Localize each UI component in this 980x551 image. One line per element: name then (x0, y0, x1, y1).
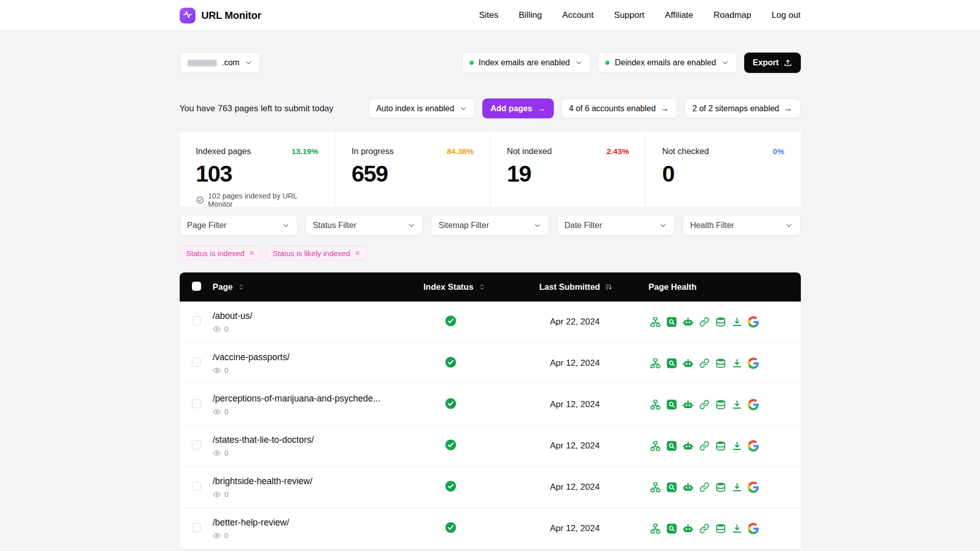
stack-icon[interactable] (715, 523, 726, 534)
nav-item-affiliate[interactable]: Affiliate (665, 10, 693, 20)
google-icon[interactable] (748, 358, 759, 369)
page-path[interactable]: /brightside-health-review/ (213, 476, 424, 487)
domain-select[interactable]: .com (180, 53, 261, 73)
stack-icon[interactable] (715, 316, 726, 328)
row-checkbox[interactable] (192, 440, 201, 449)
page-views-row: 0 (213, 366, 424, 374)
inspect-icon[interactable] (666, 440, 677, 452)
download-icon[interactable] (731, 358, 743, 369)
sitemap-icon[interactable] (650, 399, 661, 410)
row-checkbox[interactable] (192, 316, 201, 325)
robot-icon[interactable] (682, 440, 694, 452)
export-button[interactable]: Export (744, 53, 801, 73)
sitemap-icon[interactable] (650, 358, 661, 369)
col-index-status[interactable]: Index Status (424, 282, 540, 292)
table-row: /better-help-review/ 0 Apr 12, 2024 (180, 508, 801, 549)
nav-item-sites[interactable]: Sites (479, 10, 498, 20)
download-icon[interactable] (731, 399, 743, 410)
row-checkbox[interactable] (192, 482, 201, 491)
stack-icon[interactable] (715, 440, 726, 452)
chip-close-icon[interactable]: × (249, 248, 255, 258)
deindex-emails-select[interactable]: Deindex emails are enabled (598, 53, 737, 73)
robot-icon[interactable] (682, 358, 694, 369)
select-all-checkbox[interactable] (192, 282, 201, 291)
app-logo-icon (180, 8, 195, 23)
accounts-enabled-label: 4 of 6 accounts enabled (569, 104, 656, 113)
inspect-icon[interactable] (666, 482, 677, 493)
robot-icon[interactable] (682, 316, 694, 328)
chevron-down-icon (721, 59, 729, 67)
link-icon[interactable] (699, 316, 710, 328)
status-dot-icon (605, 61, 609, 65)
chip-close-icon[interactable]: × (355, 248, 360, 258)
status-dot-icon (470, 61, 474, 65)
inspect-icon[interactable] (666, 399, 677, 410)
sitemap-icon[interactable] (650, 440, 661, 452)
page-path[interactable]: /perceptions-of-marijuana-and-psychede..… (213, 393, 424, 404)
download-icon[interactable] (731, 316, 743, 328)
status-filter[interactable]: Status Filter (305, 215, 423, 236)
robot-icon[interactable] (682, 482, 694, 493)
link-icon[interactable] (699, 482, 710, 493)
download-icon[interactable] (731, 440, 743, 452)
row-checkbox[interactable] (192, 523, 201, 532)
brand-name: URL Monitor (202, 10, 261, 21)
nav-item-roadmap[interactable]: Roadmap (714, 10, 751, 20)
submit-bar: You have 763 pages left to submit today … (180, 98, 801, 118)
sitemap-icon[interactable] (650, 523, 661, 534)
google-icon[interactable] (748, 399, 759, 410)
last-submitted-date: Apr 12, 2024 (540, 399, 649, 410)
col-page-label: Page (213, 282, 233, 292)
domain-suffix: .com (222, 58, 240, 67)
row-checkbox[interactable] (192, 358, 201, 367)
google-icon[interactable] (748, 440, 759, 452)
index-emails-select[interactable]: Index emails are enabled (462, 53, 591, 73)
main-content: .com Index emails are enabled Deindex em… (180, 53, 801, 549)
col-health-label: Page Health (649, 282, 697, 292)
download-icon[interactable] (731, 482, 743, 493)
page-path[interactable]: /vaccine-passports/ (213, 352, 424, 363)
brand[interactable]: URL Monitor (180, 8, 261, 23)
health-filter[interactable]: Health Filter (682, 215, 800, 236)
indexed-status-icon (445, 480, 457, 492)
page-path[interactable]: /states-that-lie-to-doctors/ (213, 435, 424, 445)
link-icon[interactable] (699, 523, 710, 534)
date-filter[interactable]: Date Filter (557, 215, 675, 236)
google-icon[interactable] (748, 482, 759, 493)
stat-percent: 84.38% (447, 147, 474, 156)
accounts-enabled-button[interactable]: 4 of 6 accounts enabled → (561, 98, 677, 118)
download-icon[interactable] (731, 523, 743, 534)
col-last-submitted[interactable]: Last Submitted (540, 282, 649, 292)
sitemap-icon[interactable] (650, 482, 661, 493)
google-icon[interactable] (748, 316, 759, 328)
stack-icon[interactable] (715, 358, 726, 369)
auto-index-select[interactable]: Auto index is enabled (369, 98, 475, 118)
robot-icon[interactable] (682, 399, 694, 410)
page-path[interactable]: /better-help-review/ (213, 517, 424, 528)
inspect-icon[interactable] (666, 358, 677, 369)
google-icon[interactable] (748, 523, 759, 534)
page-filter[interactable]: Page Filter (180, 215, 298, 236)
stat-label: Not indexed (507, 146, 552, 156)
nav-item-logout[interactable]: Log out (772, 10, 801, 20)
page-views-row: 0 (213, 449, 424, 457)
page-path[interactable]: /about-us/ (213, 311, 424, 321)
sort-desc-icon (605, 283, 612, 291)
stack-icon[interactable] (715, 482, 726, 493)
sitemap-filter[interactable]: Sitemap Filter (431, 215, 549, 236)
robot-icon[interactable] (682, 523, 694, 534)
sitemaps-enabled-button[interactable]: 2 of 2 sitemaps enabled → (684, 98, 801, 118)
inspect-icon[interactable] (666, 523, 677, 534)
link-icon[interactable] (699, 399, 710, 410)
nav-item-billing[interactable]: Billing (519, 10, 542, 20)
sitemap-icon[interactable] (650, 316, 661, 328)
stack-icon[interactable] (715, 399, 726, 410)
nav-item-support[interactable]: Support (614, 10, 645, 20)
add-pages-button[interactable]: Add pages → (482, 98, 554, 118)
nav-item-account[interactable]: Account (562, 10, 594, 20)
row-checkbox[interactable] (192, 399, 201, 408)
inspect-icon[interactable] (666, 316, 677, 328)
link-icon[interactable] (699, 440, 710, 452)
link-icon[interactable] (699, 358, 710, 369)
col-page[interactable]: Page (213, 282, 424, 292)
